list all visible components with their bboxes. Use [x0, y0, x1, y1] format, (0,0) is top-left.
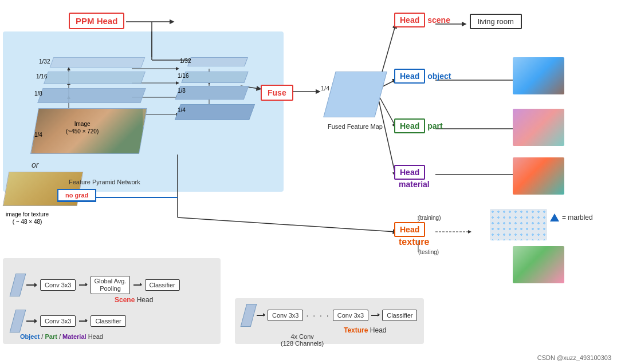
- frac-1-32-left: 1/32: [39, 58, 50, 65]
- head-scene-container: Head scene: [394, 13, 450, 27]
- label-object: object: [427, 72, 451, 81]
- global-avg-box: Global Avg. Pooling: [91, 276, 129, 294]
- other-head-label: Object / Part / Material Head: [20, 333, 103, 340]
- frac-1-8-right: 1/8: [178, 88, 186, 94]
- label-scene: scene: [427, 15, 450, 25]
- scene-classifier-box: Classifier: [145, 279, 180, 291]
- image-label: Image (~450 × 720): [66, 120, 99, 135]
- label-material: material: [399, 180, 430, 189]
- fuse-box: Fuse: [261, 85, 293, 101]
- thumb-part: [513, 109, 564, 146]
- head-material-box: Head: [394, 165, 425, 180]
- texture-head-diagram: Conv 3x3 · · · · Conv 3x3 Classifier: [243, 304, 417, 327]
- other-classifier-box: Classifier: [91, 315, 125, 327]
- frac-1-4-left: 1/4: [34, 132, 42, 138]
- scene-head-diagram: Conv 3x3 Global Avg. Pooling Classifier: [13, 274, 180, 296]
- head-object-box: Head: [394, 69, 425, 84]
- tex-dots: · · · ·: [306, 311, 329, 320]
- main-container: PPM Head 1/32 1/16 1/8 1/4 Image (~450 ×…: [0, 0, 617, 364]
- image-texture-label: image for texture ( ~ 48 × 48): [6, 211, 49, 225]
- frac-1-4-right: 1/4: [178, 107, 186, 113]
- fused-feature-map: [323, 72, 387, 117]
- scene-head-label: Scene Head: [115, 296, 153, 304]
- tex-conv-start: Conv 3x3: [268, 310, 303, 321]
- head-part-container: Head part: [394, 118, 443, 133]
- other-conv-box: Conv 3x3: [40, 315, 76, 327]
- no-grad-box: no grad: [57, 189, 96, 202]
- tex-classifier: Classifier: [382, 310, 417, 321]
- ppm-head-box: PPM Head: [69, 13, 124, 29]
- texture-head-label: Texture Head: [344, 326, 387, 334]
- head-texture-box: Head: [394, 222, 425, 237]
- ppm-head-label: PPM Head: [76, 16, 117, 26]
- 4x-conv-label: 4x Conv (128 Channels): [281, 333, 324, 347]
- tex-conv-end: Conv 3x3: [333, 310, 368, 321]
- svg-line-10: [378, 94, 395, 126]
- testing-label: (testing): [418, 249, 439, 255]
- head-material-container: Head material: [394, 165, 430, 189]
- head-scene-box: Head: [394, 13, 425, 27]
- marbled-text: = marbled: [562, 213, 593, 221]
- other-head-diagram: Conv 3x3 Classifier: [13, 310, 126, 333]
- fused-feature-map-label: Fused Feature Map: [324, 123, 387, 130]
- fpn-label: Feature Pyramid Network: [69, 179, 140, 185]
- training-label: (training): [418, 215, 441, 221]
- thumb-texture-marbled: [490, 209, 547, 240]
- svg-line-12: [178, 217, 395, 232]
- frac-1-16-right: 1/16: [178, 73, 188, 79]
- svg-line-11: [378, 97, 395, 175]
- fused-fraction-label: 1/4: [321, 85, 329, 92]
- marbled-triangle: = marbled: [550, 213, 593, 221]
- frac-1-16-left: 1/16: [36, 73, 47, 80]
- head-object-container: Head object: [394, 69, 451, 84]
- living-room-box: living room: [470, 14, 522, 29]
- or-text: or: [32, 160, 38, 169]
- csdn-watermark: CSDN @xuzz_493100303: [537, 354, 611, 361]
- frac-1-32-right: 1/32: [180, 58, 191, 64]
- triangle-icon: [550, 213, 559, 221]
- thumb-texture-bottom: [513, 246, 564, 283]
- thumb-material: [513, 157, 564, 195]
- head-part-box: Head: [394, 118, 425, 133]
- no-grad-label: no grad: [65, 192, 88, 199]
- frac-1-8-left: 1/8: [34, 90, 42, 97]
- label-part: part: [427, 121, 442, 130]
- scene-conv-box: Conv 3x3: [40, 279, 76, 291]
- thumb-object: [513, 57, 564, 94]
- head-texture-container: Head texture: [394, 222, 429, 247]
- label-texture: texture: [399, 237, 429, 247]
